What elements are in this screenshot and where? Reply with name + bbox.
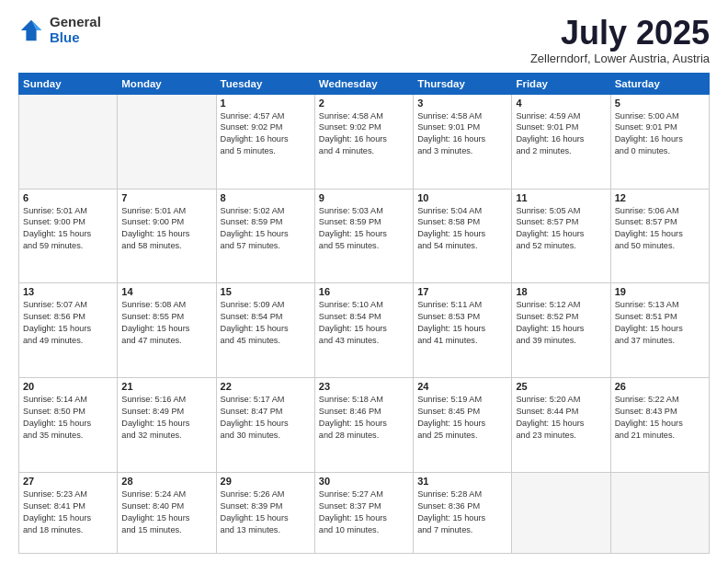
calendar-cell: 17Sunrise: 5:11 AM Sunset: 8:53 PM Dayli… [414,283,512,378]
calendar-cell: 16Sunrise: 5:10 AM Sunset: 8:54 PM Dayli… [314,283,413,378]
day-info: Sunrise: 5:05 AM Sunset: 8:57 PM Dayligh… [516,205,606,253]
column-header-wednesday: Wednesday [314,73,413,94]
day-info: Sunrise: 5:10 AM Sunset: 8:54 PM Dayligh… [319,299,409,347]
calendar-cell: 19Sunrise: 5:13 AM Sunset: 8:51 PM Dayli… [610,283,709,378]
day-info: Sunrise: 5:07 AM Sunset: 8:56 PM Dayligh… [23,299,113,347]
column-header-tuesday: Tuesday [216,73,314,94]
calendar-cell: 28Sunrise: 5:24 AM Sunset: 8:40 PM Dayli… [118,473,216,554]
calendar-cell: 30Sunrise: 5:27 AM Sunset: 8:37 PM Dayli… [314,473,413,554]
day-number: 8 [221,192,311,203]
title-block: July 2025 Zellerndorf, Lower Austria, Au… [530,15,710,65]
day-info: Sunrise: 5:19 AM Sunset: 8:45 PM Dayligh… [417,394,507,442]
calendar-cell: 24Sunrise: 5:19 AM Sunset: 8:45 PM Dayli… [414,378,512,473]
calendar-cell: 27Sunrise: 5:23 AM Sunset: 8:41 PM Dayli… [19,473,118,554]
day-number: 26 [615,381,705,392]
day-number: 13 [23,286,113,297]
logo-icon [18,17,44,43]
day-number: 15 [221,286,311,297]
calendar-cell: 5Sunrise: 5:00 AM Sunset: 9:01 PM Daylig… [610,94,709,189]
logo-text: General Blue [50,15,101,45]
column-header-monday: Monday [118,73,216,94]
day-number: 5 [615,98,705,109]
week-row-1: 1Sunrise: 4:57 AM Sunset: 9:02 PM Daylig… [19,94,710,189]
day-info: Sunrise: 4:58 AM Sunset: 9:02 PM Dayligh… [319,110,409,158]
week-row-4: 20Sunrise: 5:14 AM Sunset: 8:50 PM Dayli… [19,378,710,473]
day-number: 4 [516,98,606,109]
calendar-cell [19,94,118,189]
day-info: Sunrise: 5:14 AM Sunset: 8:50 PM Dayligh… [23,394,113,442]
day-info: Sunrise: 5:11 AM Sunset: 8:53 PM Dayligh… [417,299,507,347]
week-row-3: 13Sunrise: 5:07 AM Sunset: 8:56 PM Dayli… [19,283,710,378]
calendar-cell: 14Sunrise: 5:08 AM Sunset: 8:55 PM Dayli… [118,283,216,378]
day-number: 31 [417,476,507,487]
day-info: Sunrise: 5:09 AM Sunset: 8:54 PM Dayligh… [221,299,311,347]
calendar-cell: 20Sunrise: 5:14 AM Sunset: 8:50 PM Dayli… [19,378,118,473]
day-number: 7 [121,192,211,203]
day-info: Sunrise: 5:08 AM Sunset: 8:55 PM Dayligh… [121,299,211,347]
calendar-cell: 10Sunrise: 5:04 AM Sunset: 8:58 PM Dayli… [414,189,512,283]
calendar-cell: 13Sunrise: 5:07 AM Sunset: 8:56 PM Dayli… [19,283,118,378]
day-info: Sunrise: 5:02 AM Sunset: 8:59 PM Dayligh… [221,205,311,253]
day-info: Sunrise: 5:20 AM Sunset: 8:44 PM Dayligh… [516,394,606,442]
logo: General Blue [18,15,101,45]
calendar-cell: 6Sunrise: 5:01 AM Sunset: 9:00 PM Daylig… [19,189,118,283]
day-number: 25 [516,381,606,392]
day-number: 2 [319,98,409,109]
day-number: 6 [23,192,113,203]
day-number: 29 [221,476,311,487]
day-number: 14 [121,286,211,297]
calendar-cell: 11Sunrise: 5:05 AM Sunset: 8:57 PM Dayli… [512,189,610,283]
day-info: Sunrise: 5:16 AM Sunset: 8:49 PM Dayligh… [121,394,211,442]
calendar-cell: 7Sunrise: 5:01 AM Sunset: 9:00 PM Daylig… [118,189,216,283]
calendar-cell: 31Sunrise: 5:28 AM Sunset: 8:36 PM Dayli… [414,473,512,554]
day-info: Sunrise: 5:13 AM Sunset: 8:51 PM Dayligh… [615,299,705,347]
day-info: Sunrise: 5:01 AM Sunset: 9:00 PM Dayligh… [23,205,113,253]
day-number: 20 [23,381,113,392]
day-info: Sunrise: 4:57 AM Sunset: 9:02 PM Dayligh… [221,110,311,158]
day-number: 22 [221,381,311,392]
day-info: Sunrise: 5:28 AM Sunset: 8:36 PM Dayligh… [417,488,507,536]
day-number: 9 [319,192,409,203]
day-number: 12 [615,192,705,203]
column-header-sunday: Sunday [19,73,118,94]
day-number: 19 [615,286,705,297]
day-info: Sunrise: 5:03 AM Sunset: 8:59 PM Dayligh… [319,205,409,253]
calendar-cell: 12Sunrise: 5:06 AM Sunset: 8:57 PM Dayli… [610,189,709,283]
header: General Blue July 2025 Zellerndorf, Lowe… [18,15,710,65]
day-info: Sunrise: 5:24 AM Sunset: 8:40 PM Dayligh… [121,488,211,536]
day-number: 17 [417,286,507,297]
day-info: Sunrise: 5:23 AM Sunset: 8:41 PM Dayligh… [23,488,113,536]
day-number: 28 [121,476,211,487]
calendar-cell: 21Sunrise: 5:16 AM Sunset: 8:49 PM Dayli… [118,378,216,473]
calendar-cell: 8Sunrise: 5:02 AM Sunset: 8:59 PM Daylig… [216,189,314,283]
column-header-thursday: Thursday [414,73,512,94]
calendar-cell: 22Sunrise: 5:17 AM Sunset: 8:47 PM Dayli… [216,378,314,473]
day-info: Sunrise: 4:59 AM Sunset: 9:01 PM Dayligh… [516,110,606,158]
day-info: Sunrise: 5:04 AM Sunset: 8:58 PM Dayligh… [417,205,507,253]
day-number: 1 [221,98,311,109]
header-row: SundayMondayTuesdayWednesdayThursdayFrid… [19,73,710,94]
day-number: 11 [516,192,606,203]
calendar-cell: 4Sunrise: 4:59 AM Sunset: 9:01 PM Daylig… [512,94,610,189]
day-number: 21 [121,381,211,392]
day-number: 27 [23,476,113,487]
day-info: Sunrise: 5:01 AM Sunset: 9:00 PM Dayligh… [121,205,211,253]
calendar-cell: 3Sunrise: 4:58 AM Sunset: 9:01 PM Daylig… [414,94,512,189]
day-info: Sunrise: 5:26 AM Sunset: 8:39 PM Dayligh… [221,488,311,536]
column-header-friday: Friday [512,73,610,94]
calendar-cell: 9Sunrise: 5:03 AM Sunset: 8:59 PM Daylig… [314,189,413,283]
calendar-cell: 18Sunrise: 5:12 AM Sunset: 8:52 PM Dayli… [512,283,610,378]
calendar: SundayMondayTuesdayWednesdayThursdayFrid… [18,73,710,554]
calendar-cell: 26Sunrise: 5:22 AM Sunset: 8:43 PM Dayli… [610,378,709,473]
day-number: 30 [319,476,409,487]
week-row-2: 6Sunrise: 5:01 AM Sunset: 9:00 PM Daylig… [19,189,710,283]
location: Zellerndorf, Lower Austria, Austria [530,52,710,65]
day-info: Sunrise: 5:27 AM Sunset: 8:37 PM Dayligh… [319,488,409,536]
day-info: Sunrise: 5:12 AM Sunset: 8:52 PM Dayligh… [516,299,606,347]
day-number: 18 [516,286,606,297]
calendar-cell [118,94,216,189]
calendar-cell [512,473,610,554]
logo-general: General [50,15,101,30]
day-number: 23 [319,381,409,392]
day-number: 3 [417,98,507,109]
